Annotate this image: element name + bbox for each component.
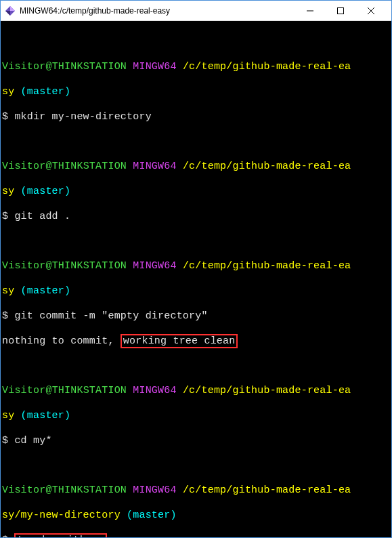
prompt-line: Visitor@THINKSTATION MINGW64 /c/temp/git…: [2, 385, 390, 397]
prompt-line: Visitor@THINKSTATION MINGW64 /c/temp/git…: [2, 61, 390, 73]
window-title: MINGW64:/c/temp/github-made-real-easy: [20, 6, 295, 16]
prompt-line-2: sy (master): [2, 410, 390, 422]
highlight-touch: touch .gitkeep: [14, 533, 107, 538]
prompt-line: Visitor@THINKSTATION MINGW64 /c/temp/git…: [2, 260, 390, 272]
prompt-line-2: sy (master): [2, 186, 390, 198]
cmd-commit-empty: $ git commit -m "empty directory": [2, 310, 390, 323]
window-controls: [295, 1, 386, 20]
app-icon: [5, 5, 16, 16]
prompt-line: Visitor@THINKSTATION MINGW64 /c/temp/git…: [2, 484, 390, 497]
svg-marker-1: [10, 6, 15, 11]
svg-rect-4: [337, 7, 343, 14]
highlight-clean: working tree clean: [121, 334, 238, 348]
prompt-line-2: sy/my-new-directory (master): [2, 510, 390, 522]
maximize-button[interactable]: [325, 1, 355, 20]
terminal-output[interactable]: Visitor@THINKSTATION MINGW64 /c/temp/git…: [1, 21, 391, 538]
titlebar: MINGW64:/c/temp/github-made-real-easy: [1, 1, 391, 21]
prompt-line-2: sy (master): [2, 285, 390, 297]
minimize-button[interactable]: [295, 1, 325, 20]
out-nothing: nothing to commit, working tree clean: [2, 335, 390, 348]
svg-marker-2: [5, 11, 10, 16]
prompt-line-2: sy (master): [2, 86, 390, 98]
prompt-line: Visitor@THINKSTATION MINGW64 /c/temp/git…: [2, 161, 390, 173]
cmd-mkdir: $ mkdir my-new-directory: [2, 111, 390, 123]
cmd-gitadd: $ git add .: [2, 211, 390, 223]
cmd-touch: $ touch .gitkeep: [2, 535, 390, 538]
cmd-cd-my: $ cd my*: [2, 435, 390, 447]
close-button[interactable]: [355, 1, 386, 20]
